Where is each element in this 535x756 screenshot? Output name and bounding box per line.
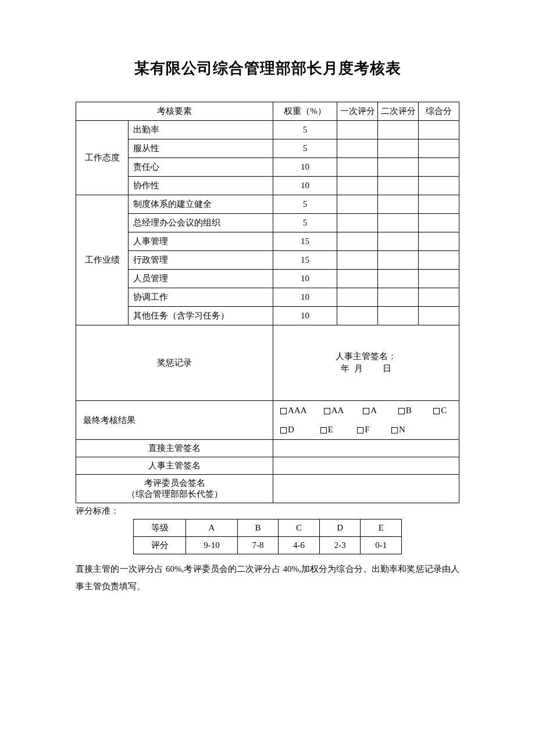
checkbox-icon [398, 408, 405, 414]
committee-sig-label: 考评委员会签名 （综合管理部部长代签） [76, 475, 273, 503]
item-weight: 5 [273, 214, 337, 232]
score1-cell [337, 195, 378, 214]
score2-cell [378, 214, 419, 232]
score-range: 2-3 [319, 537, 361, 554]
total-cell [419, 288, 459, 307]
score2-cell [378, 270, 419, 288]
score2-cell [378, 121, 419, 139]
date-day-label: 日 [383, 364, 391, 373]
item-weight: 5 [273, 195, 337, 214]
result-row1: AAA AA A B C [273, 401, 459, 421]
reward-label: 奖惩记录 [76, 325, 273, 401]
committee-sig-text: 考评委员会签名 [144, 478, 205, 488]
score-range: 4-6 [279, 537, 320, 554]
grade-col: E [361, 519, 402, 537]
score1-cell [337, 270, 378, 288]
score2-cell [378, 139, 419, 158]
total-cell [419, 232, 459, 251]
item-weight: 5 [273, 121, 337, 139]
total-cell [419, 158, 459, 177]
item-label: 责任心 [129, 158, 273, 177]
score2-cell [378, 307, 419, 325]
header-elements: 考核要素 [76, 102, 273, 121]
score2-cell [378, 158, 419, 177]
score1-cell [337, 288, 378, 307]
result-label: 最终考核结果 [76, 401, 273, 440]
item-label: 人员管理 [129, 270, 273, 288]
item-weight: 15 [273, 232, 337, 251]
item-label: 服从性 [129, 139, 273, 158]
item-weight: 10 [273, 307, 337, 325]
item-weight: 10 [273, 270, 337, 288]
committee-sig-cell [273, 475, 459, 503]
item-label: 总经理办公会议的组织 [129, 214, 273, 232]
total-cell [419, 307, 459, 325]
opt-d: D [288, 425, 294, 434]
date-year-label: 年 [341, 364, 349, 373]
item-label: 出勤率 [129, 121, 273, 139]
score1-cell [337, 121, 378, 139]
item-label: 协作性 [129, 177, 273, 195]
score-range: 7-8 [237, 537, 279, 554]
opt-aaa: AAA [288, 406, 306, 415]
total-cell [419, 195, 459, 214]
checkbox-icon [391, 427, 398, 433]
date-month-label: 月 [354, 364, 363, 373]
item-label: 人事管理 [129, 232, 273, 251]
score-range: 9-10 [186, 537, 238, 554]
grade-col: D [319, 519, 361, 537]
category-performance: 工作业绩 [76, 195, 129, 325]
checkbox-icon [433, 408, 440, 414]
page-title: 某有限公司综合管理部部长月度考核表 [76, 58, 459, 78]
item-weight: 10 [273, 177, 337, 195]
score1-cell [337, 214, 378, 232]
opt-b: B [406, 406, 412, 415]
grade-table: 等级 A B C D E 评分 9-10 7-8 4-6 2-3 0-1 [133, 519, 402, 554]
category-attitude: 工作态度 [76, 121, 129, 195]
score1-cell [337, 139, 378, 158]
hr-sig-cell [273, 457, 459, 475]
total-cell [419, 214, 459, 232]
score1-cell [337, 307, 378, 325]
total-cell [419, 251, 459, 270]
score1-cell [337, 251, 378, 270]
score1-cell [337, 158, 378, 177]
hr-sig-label: 人事主管签名 [76, 457, 273, 475]
opt-a: A [370, 406, 376, 415]
checkbox-icon [363, 408, 369, 414]
header-score2: 二次评分 [378, 102, 419, 121]
grade-col: B [237, 519, 279, 537]
direct-sig-cell [273, 440, 459, 457]
checkbox-icon [280, 427, 287, 433]
item-label: 协调工作 [129, 288, 273, 307]
total-cell [419, 121, 459, 139]
evaluation-table: 考核要素 权重（%） 一次评分 二次评分 综合分 工作态度 出勤率 5 服从性 … [76, 102, 459, 503]
reward-content: 人事主管签名： 年 月 日 [273, 325, 459, 401]
opt-n: N [399, 425, 405, 434]
score2-cell [378, 288, 419, 307]
header-weight: 权重（%） [273, 102, 337, 121]
opt-aa: AA [331, 406, 344, 415]
description-text: 直接主管的一次评分占 60%,考评委员会的二次评分占 40%,加权分为综合分。出… [76, 560, 459, 595]
item-weight: 10 [273, 158, 337, 177]
scoring-note-label: 评分标准： [76, 506, 459, 517]
result-row2: D E F N [273, 420, 459, 440]
score2-cell [378, 195, 419, 214]
item-label: 制度体系的建立健全 [129, 195, 273, 214]
grade-col: C [279, 519, 320, 537]
grade-col: A [186, 519, 238, 537]
checkbox-icon [320, 427, 327, 433]
opt-e: E [328, 425, 333, 434]
score2-cell [378, 177, 419, 195]
score1-cell [337, 232, 378, 251]
header-score1: 一次评分 [337, 102, 378, 121]
opt-f: F [365, 425, 369, 434]
committee-sig-sub: （综合管理部部长代签） [127, 489, 223, 499]
score2-cell [378, 232, 419, 251]
item-weight: 15 [273, 251, 337, 270]
opt-c: C [441, 406, 447, 415]
score2-cell [378, 251, 419, 270]
score-header: 评分 [134, 537, 186, 554]
score1-cell [337, 177, 378, 195]
header-total: 综合分 [419, 102, 459, 121]
